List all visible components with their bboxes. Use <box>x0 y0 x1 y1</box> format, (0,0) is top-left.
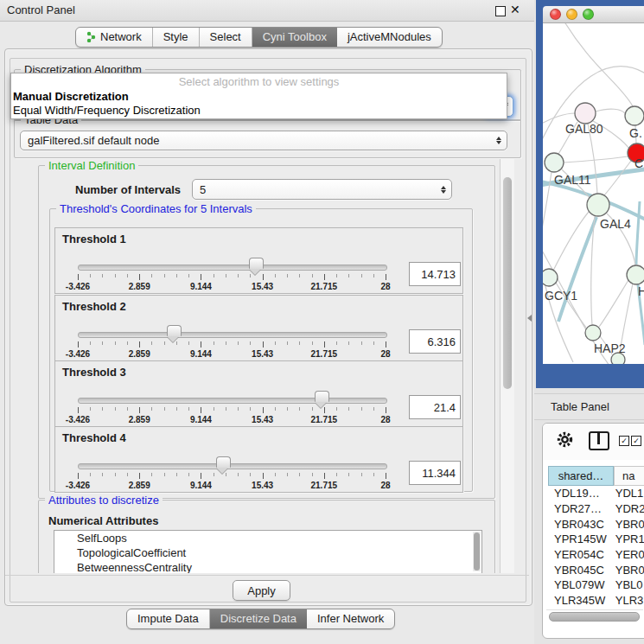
slider-ticks <box>78 274 386 281</box>
table-cell: YBL079W <box>548 578 612 591</box>
node-table-window: ✓ ✓ shared… na YDL19…YDL1YDR27…YDR2YBR04… <box>542 423 644 639</box>
table-row[interactable]: YBR045CYBR0 <box>548 562 644 577</box>
tab-select[interactable]: Select <box>200 28 252 47</box>
numerical-attributes-list[interactable]: SelfLoopsTopologicalCoefficientBetweenne… <box>54 530 482 573</box>
slider-thumb[interactable] <box>249 258 264 269</box>
network-edge-highlighted[interactable] <box>636 201 640 265</box>
column-header-shared-name[interactable]: shared… <box>548 466 614 486</box>
tab-infer-network[interactable]: Infer Network <box>307 609 394 628</box>
threshold-3-panel: Threshold 3-3.4262.8599.14415.4321.71528… <box>54 360 463 427</box>
tick-label: 2.859 <box>129 415 150 424</box>
tick-label: 9.144 <box>190 282 212 291</box>
table-row[interactable]: YPR145WYPR1 <box>548 532 644 547</box>
node-label: H <box>638 284 644 298</box>
attribute-item[interactable]: BetweennessCentrality <box>54 560 481 573</box>
GCY1-node[interactable] <box>543 269 558 286</box>
network-edge[interactable] <box>596 109 625 113</box>
node-label: GCY1 <box>545 289 577 303</box>
combo-arrows-icon <box>496 137 501 144</box>
GAL80-node[interactable] <box>575 103 596 124</box>
zoom-traffic-light-icon[interactable] <box>583 9 594 20</box>
table-header-row: shared… na <box>548 466 644 486</box>
table-row[interactable]: YER054CYER0 <box>548 547 644 563</box>
slider-thumb[interactable] <box>315 391 329 402</box>
number-of-intervals-select[interactable]: 5 <box>192 179 452 200</box>
checkbox-icon[interactable]: ✓ <box>619 436 629 446</box>
tab-network[interactable]: Network <box>76 28 153 47</box>
settings-scrollbar-thumb[interactable] <box>503 177 512 389</box>
combo-arrows-icon <box>441 186 446 194</box>
slider-thumb[interactable] <box>167 325 182 336</box>
attribute-item[interactable]: SelfLoops <box>54 531 481 545</box>
tick-label: 2.859 <box>129 481 150 490</box>
table-cell: YBR043C <box>548 518 612 531</box>
algorithm-option-manual[interactable]: Manual Discretization <box>13 90 129 103</box>
table-row[interactable]: YDL19…YDL1 <box>548 486 644 501</box>
H-node[interactable] <box>627 265 644 284</box>
tab-impute-data[interactable]: Impute Data <box>127 609 210 628</box>
tick-label: 28 <box>380 481 390 490</box>
slider-track[interactable] <box>78 332 387 338</box>
tab-label: Network <box>100 30 142 43</box>
gear-icon[interactable] <box>557 431 573 448</box>
HAP2-node[interactable] <box>585 325 601 341</box>
table-row[interactable]: YLR345WYLR3 <box>548 593 644 609</box>
control-panel-titlebar: Control Panel ✕ <box>0 0 534 22</box>
list-scrollbar-thumb[interactable] <box>474 532 480 571</box>
table-cell: YDR27… <box>548 502 612 515</box>
slider-track[interactable] <box>78 398 387 404</box>
tab-label: Impute Data <box>137 612 199 625</box>
checkbox-icon[interactable]: ✓ <box>631 436 641 446</box>
close-icon[interactable]: ✕ <box>510 3 520 16</box>
slider-track[interactable] <box>78 265 387 271</box>
tab-label: Infer Network <box>317 612 384 625</box>
threshold-2-panel: Threshold 2-3.4262.8599.14415.4321.71528… <box>54 295 463 361</box>
node-label: GAL11 <box>554 173 591 187</box>
network-window-titlebar[interactable] <box>543 6 644 23</box>
network-edge[interactable] <box>603 161 631 196</box>
splitter-collapse-icon[interactable] <box>527 315 532 322</box>
tab-discretize-data[interactable]: Discretize Data <box>210 609 307 628</box>
node-label: GAL4 <box>600 217 631 231</box>
top-right-node[interactable] <box>625 106 644 125</box>
algorithm-option-equal-width[interactable]: Equal Width/Frequency Discretization <box>13 104 201 117</box>
GAL4-node[interactable] <box>587 194 609 216</box>
table-hscrollbar-thumb[interactable] <box>549 612 640 622</box>
tab-label: jActiveMNodules <box>348 30 431 43</box>
column-header-name[interactable]: na <box>614 466 644 486</box>
settings-scrollbar[interactable] <box>500 159 514 573</box>
tab-style[interactable]: Style <box>153 28 200 47</box>
list-scrollbar[interactable] <box>473 532 481 571</box>
float-window-icon[interactable] <box>495 6 506 16</box>
network-edge[interactable] <box>553 212 589 271</box>
threshold-value-field[interactable]: 11.344 <box>409 461 461 485</box>
slider-thumb[interactable] <box>216 456 231 468</box>
threshold-label: Threshold 2 <box>62 300 126 313</box>
network-canvas[interactable]: GAL80G.CGAL11GAL4GCY1HHAP2 <box>543 23 644 364</box>
close-traffic-light-icon[interactable] <box>550 9 561 20</box>
attribute-item[interactable]: TopologicalCoefficient <box>54 545 481 560</box>
tick-label: -3.426 <box>66 349 90 359</box>
threshold-value-field[interactable]: 14.713 <box>409 262 461 286</box>
tick-label: 2.859 <box>129 349 150 359</box>
apply-button[interactable]: Apply <box>233 580 290 601</box>
table-row[interactable]: YBR043CYBR0 <box>548 516 644 532</box>
network-edge[interactable] <box>599 280 628 327</box>
network-view-window: GAL80G.CGAL11GAL4GCY1HHAP2 <box>536 0 644 388</box>
column-layout-icon[interactable] <box>589 431 609 450</box>
table-row[interactable]: YDR27…YDR2 <box>548 501 644 517</box>
minimize-traffic-light-icon[interactable] <box>566 9 577 20</box>
table-data-select[interactable]: galFiltered.sif default node <box>20 131 507 150</box>
slider-track[interactable] <box>78 463 387 469</box>
threshold-value-field[interactable]: 6.316 <box>409 329 461 354</box>
slider-tick-labels: -3.4262.8599.14415.4321.71528 <box>78 415 386 424</box>
table-hscrollbar[interactable] <box>546 609 643 622</box>
tab-cyni-toolbox[interactable]: Cyni Toolbox <box>252 28 337 47</box>
threshold-value-field[interactable]: 21.4 <box>409 395 461 419</box>
table-row[interactable]: YBL079WYBL0 <box>548 577 644 593</box>
tick-label: 9.144 <box>190 415 212 424</box>
tick-label: -3.426 <box>66 415 90 424</box>
GAL11-node[interactable] <box>545 153 564 172</box>
network-edge[interactable] <box>564 156 628 163</box>
tab-jactivemnodules[interactable]: jActiveMNodules <box>337 28 442 47</box>
